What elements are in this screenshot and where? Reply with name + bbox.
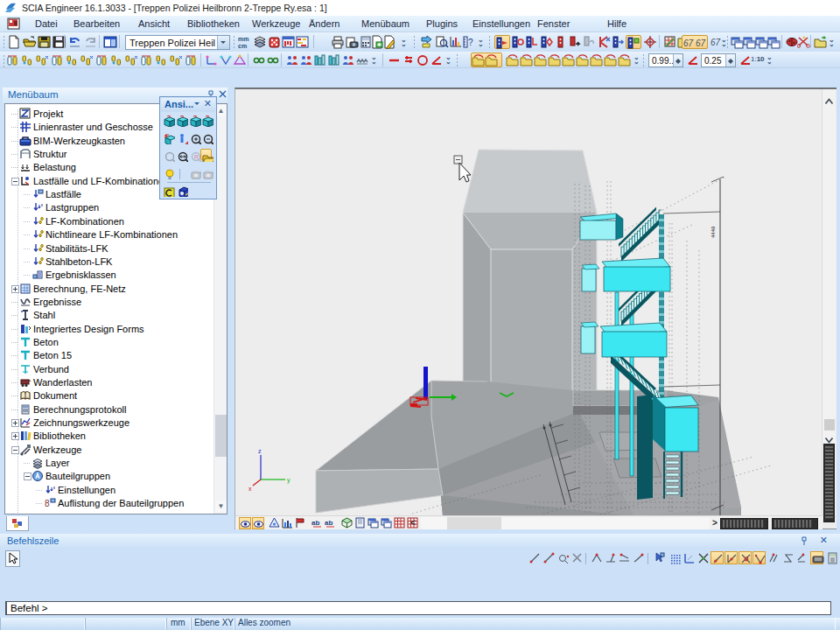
svg-text:67: 67 — [710, 38, 721, 47]
svg-text:y: y — [287, 477, 290, 484]
svg-text:cm: cm — [238, 43, 247, 49]
svg-text:8: 8 — [45, 499, 50, 508]
svg-text:R: R — [194, 154, 199, 160]
svg-text:ab: ab — [312, 519, 319, 527]
svg-text:4449: 4449 — [710, 226, 716, 238]
svg-text:mm: mm — [238, 36, 248, 42]
svg-text:67: 67 — [696, 38, 706, 48]
svg-text:x: x — [248, 486, 252, 492]
svg-text:ab: ab — [325, 519, 332, 527]
svg-text:67: 67 — [683, 38, 694, 48]
svg-text:z: z — [258, 448, 262, 454]
svg-text:?: ? — [468, 38, 473, 47]
